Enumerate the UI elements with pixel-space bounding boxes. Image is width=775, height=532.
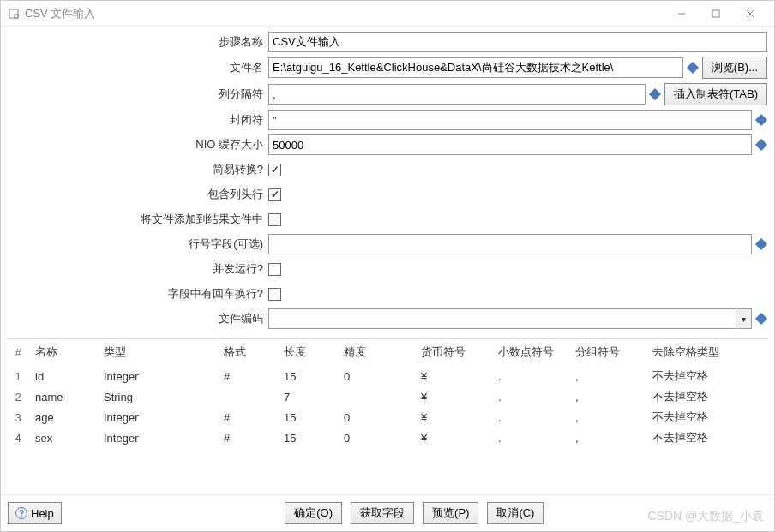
cell-type[interactable]: String: [97, 386, 217, 407]
cell-precision[interactable]: 0: [337, 366, 414, 387]
step-name-input[interactable]: [268, 32, 767, 52]
add-result-checkbox[interactable]: [268, 213, 281, 226]
cell-currency[interactable]: ¥: [414, 386, 491, 407]
cell-currency[interactable]: ¥: [414, 427, 491, 448]
encoding-label: 文件编码: [8, 311, 268, 326]
table-header-row: # 名称 类型 格式 长度 精度 货币符号 小数点符号 分组符号 去除空格类型: [8, 339, 767, 366]
cell-type[interactable]: Integer: [97, 366, 217, 387]
variable-icon[interactable]: [755, 238, 767, 250]
browse-button[interactable]: 浏览(B)...: [702, 57, 767, 79]
cell-precision[interactable]: 0: [337, 407, 414, 427]
parallel-checkbox[interactable]: [268, 263, 281, 276]
cell-group[interactable]: ,: [568, 407, 646, 427]
table-row[interactable]: 2nameString7¥.,不去掉空格: [8, 386, 767, 407]
table-row[interactable]: 3ageInteger#150¥.,不去掉空格: [8, 407, 767, 427]
titlebar: CSV 文件输入: [1, 1, 774, 27]
newline-fields-label: 字段中有回车换行?: [8, 286, 268, 302]
cell-length[interactable]: 7: [277, 386, 337, 407]
variable-icon[interactable]: [755, 114, 767, 126]
minimize-button[interactable]: [664, 2, 699, 26]
col-num: #: [8, 339, 28, 366]
delimiter-input[interactable]: [268, 84, 646, 105]
cell-length[interactable]: 15: [277, 366, 337, 387]
cell-currency[interactable]: ¥: [414, 366, 491, 387]
cell-decimal[interactable]: .: [491, 407, 568, 427]
cell-trim[interactable]: 不去掉空格: [646, 427, 767, 448]
cell-name[interactable]: id: [28, 366, 97, 387]
buffer-size-input[interactable]: [268, 134, 752, 155]
header-row-checkbox[interactable]: [268, 188, 281, 201]
cell-group[interactable]: ,: [568, 366, 646, 387]
enclosure-label: 封闭符: [8, 112, 268, 128]
svg-rect-0: [9, 9, 18, 18]
add-result-label: 将文件添加到结果文件中: [8, 212, 268, 227]
enclosure-input[interactable]: [268, 110, 752, 130]
col-name: 名称: [28, 339, 97, 366]
cell-trim[interactable]: 不去掉空格: [646, 407, 767, 427]
newline-fields-checkbox[interactable]: [268, 288, 281, 301]
cell-format[interactable]: #: [217, 427, 277, 448]
chevron-down-icon[interactable]: ▾: [736, 308, 752, 329]
cell-currency[interactable]: ¥: [414, 407, 491, 427]
row-num-field-label: 行号字段(可选): [8, 236, 268, 252]
cell-n[interactable]: 1: [8, 366, 28, 387]
cell-n[interactable]: 3: [8, 407, 28, 427]
cell-precision[interactable]: [337, 386, 414, 407]
help-icon: ?: [15, 507, 27, 519]
row-num-field-input[interactable]: [268, 234, 752, 254]
table-row[interactable]: 1idInteger#150¥.,不去掉空格: [8, 366, 767, 387]
cell-n[interactable]: 2: [8, 386, 28, 407]
col-length: 长度: [277, 339, 337, 366]
cell-format[interactable]: [217, 386, 277, 407]
window-controls: [664, 2, 767, 26]
file-name-input[interactable]: [268, 57, 683, 78]
close-button[interactable]: [733, 2, 767, 26]
variable-icon[interactable]: [649, 88, 661, 100]
lazy-conversion-checkbox[interactable]: [268, 164, 281, 176]
dialog-window: CSV 文件输入 步骤名称 文件名 浏览(B)... 列分隔符: [0, 0, 775, 532]
cell-decimal[interactable]: .: [491, 366, 568, 387]
step-name-label: 步骤名称: [8, 34, 268, 50]
parallel-label: 并发运行?: [8, 261, 268, 277]
variable-icon[interactable]: [755, 313, 767, 325]
app-icon: [8, 8, 20, 20]
cell-name[interactable]: age: [28, 407, 97, 427]
cell-name[interactable]: sex: [28, 427, 97, 448]
variable-icon[interactable]: [755, 139, 767, 151]
cell-format[interactable]: #: [217, 407, 277, 427]
insert-tab-button[interactable]: 插入制表符(TAB): [664, 83, 767, 105]
cell-decimal[interactable]: .: [491, 427, 568, 448]
svg-rect-3: [712, 10, 719, 17]
cell-decimal[interactable]: .: [491, 386, 568, 407]
cell-precision[interactable]: 0: [337, 427, 414, 448]
cell-length[interactable]: 15: [277, 427, 337, 448]
help-button[interactable]: ? Help: [8, 502, 62, 524]
fields-table[interactable]: # 名称 类型 格式 长度 精度 货币符号 小数点符号 分组符号 去除空格类型 …: [8, 338, 767, 494]
file-name-label: 文件名: [8, 60, 268, 75]
cell-length[interactable]: 15: [277, 407, 337, 427]
col-group: 分组符号: [568, 339, 646, 366]
cell-trim[interactable]: 不去掉空格: [646, 386, 767, 407]
variable-icon[interactable]: [687, 62, 699, 74]
cell-group[interactable]: ,: [568, 386, 646, 407]
cell-type[interactable]: Integer: [97, 407, 217, 427]
cancel-button[interactable]: 取消(C): [487, 502, 544, 524]
cell-name[interactable]: name: [28, 386, 97, 407]
cell-n[interactable]: 4: [8, 427, 28, 448]
preview-button[interactable]: 预览(P): [423, 502, 478, 524]
table-row[interactable]: 4sexInteger#150¥.,不去掉空格: [8, 427, 767, 448]
cell-group[interactable]: ,: [568, 427, 646, 448]
get-fields-button[interactable]: 获取字段: [351, 502, 414, 524]
col-decimal: 小数点符号: [491, 339, 568, 366]
header-row-label: 包含列头行: [8, 187, 268, 202]
encoding-select[interactable]: [268, 308, 736, 329]
cell-format[interactable]: #: [217, 366, 277, 387]
footer: ? Help 确定(O) 获取字段 预览(P) 取消(C): [1, 494, 774, 531]
cell-trim[interactable]: 不去掉空格: [646, 366, 767, 387]
col-precision: 精度: [337, 339, 414, 366]
maximize-button[interactable]: [699, 2, 733, 26]
cell-type[interactable]: Integer: [97, 427, 217, 448]
ok-button[interactable]: 确定(O): [285, 502, 342, 524]
col-trim: 去除空格类型: [646, 339, 767, 366]
col-type: 类型: [97, 339, 217, 366]
